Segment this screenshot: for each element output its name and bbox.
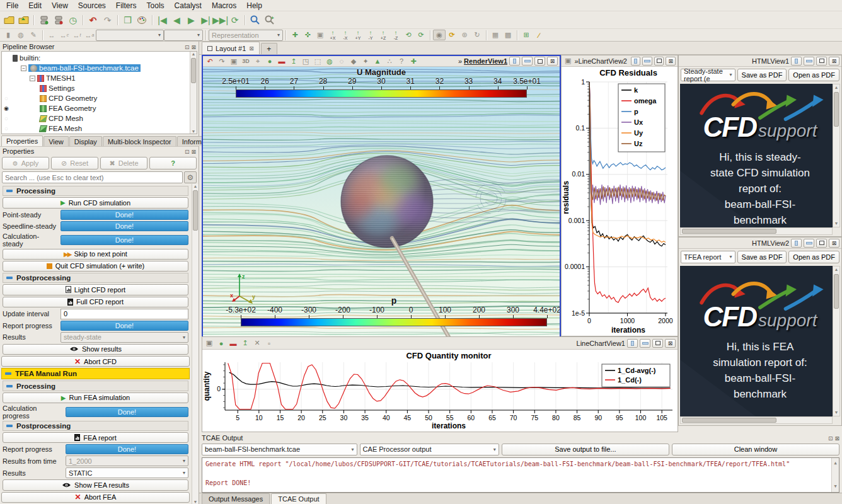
edit-color-map-icon[interactable]: ✎	[27, 30, 40, 40]
open-file-icon[interactable]	[2, 13, 16, 27]
camera-icon[interactable]: ▣	[563, 57, 572, 65]
box-zoom-icon[interactable]: ✕	[252, 339, 262, 347]
menu-view[interactable]: View	[47, 1, 73, 11]
clean-window-button[interactable]: Clean window	[672, 444, 839, 455]
toggle-3d-icon[interactable]: 3D	[241, 58, 251, 64]
cfd-residuals-chart[interactable]: 10.10.010.0010.00011e-5010002000iteratio…	[562, 67, 678, 336]
hover-points-icon[interactable]: ✦	[360, 57, 371, 66]
cfd-postprocessing-section[interactable]: Postprocessing	[3, 273, 188, 283]
residuals-view-title[interactable]: »LineChartView2	[574, 57, 627, 65]
search-options-gear-icon[interactable]: ⚙	[184, 171, 197, 183]
properties-search-input[interactable]	[2, 171, 183, 183]
report-preview[interactable]: CFDsupport Hi, this is steady- state CFD…	[680, 84, 840, 227]
reset-camera-icon[interactable]: ✚	[289, 30, 301, 40]
report-select-combobox[interactable]: TFEA report▾	[681, 251, 735, 263]
horizontal-scrollbar[interactable]	[680, 227, 833, 235]
export-scene-icon[interactable]: ❒	[120, 13, 135, 27]
disconnect-server-icon[interactable]	[51, 13, 66, 27]
menu-filters[interactable]: Filters	[111, 1, 142, 11]
vcr-last-frame-icon[interactable]: ▶▶|	[213, 13, 228, 27]
surface-icon[interactable]: ◍	[14, 30, 27, 40]
collapse-icon[interactable]: −	[21, 66, 26, 71]
output-float-icon[interactable]: ⊡	[828, 435, 833, 442]
fea-results-combobox[interactable]: STATIC▾	[66, 467, 188, 478]
html-view2-title[interactable]: HTMLView2	[752, 239, 789, 247]
abort-fea-button[interactable]: ✕Abort FEA	[1, 492, 190, 503]
maximize-view-icon[interactable]	[816, 239, 827, 248]
roll-view-icon[interactable]: ⊛	[458, 30, 471, 40]
split-horizontal-icon[interactable]	[509, 57, 520, 66]
menu-sources[interactable]: Sources	[73, 1, 111, 11]
close-view-icon[interactable]: ⊠	[829, 239, 839, 248]
split-horizontal-icon[interactable]	[627, 339, 638, 348]
visibility-eye-icon[interactable]: ◉	[2, 105, 11, 112]
skip-to-next-point-button[interactable]: ▶▶Skip to next point	[3, 249, 188, 260]
set-view-minus-y-icon[interactable]: ↑-Y	[364, 30, 377, 41]
reset-button[interactable]: ⊘Reset	[51, 157, 98, 169]
vertical-scrollbar[interactable]: ▲▼	[833, 266, 840, 416]
tab-multiblock-inspector[interactable]: Multi-block Inspector	[103, 136, 176, 146]
color-palette-icon[interactable]	[135, 13, 149, 27]
split-horizontal-icon[interactable]	[631, 57, 641, 66]
maximize-view-icon[interactable]	[534, 57, 545, 66]
hover-cells-icon[interactable]: ◆	[349, 57, 359, 66]
grow-selection-icon[interactable]: ▲	[372, 57, 383, 65]
redo-camera-icon[interactable]: ↷	[217, 57, 227, 66]
interactive-select-cells-icon[interactable]: ◍	[325, 57, 335, 66]
probe-plus-icon[interactable]: ⊞	[520, 30, 533, 40]
rescale-custom-range-icon[interactable]: ↔c	[58, 30, 71, 40]
close-view-icon[interactable]: ⊠	[665, 339, 676, 348]
output-stream-combobox[interactable]: CAE Processor output▾	[360, 444, 499, 455]
maximize-view-icon[interactable]	[652, 339, 663, 348]
color-by-combobox[interactable]: ▾	[96, 30, 164, 41]
split-vertical-icon[interactable]	[642, 57, 652, 66]
component-combobox[interactable]: ▾	[164, 30, 203, 41]
pressure-colorbar[interactable]: p -5.3e+02-400-300-200-10001002003004.4e…	[241, 295, 547, 326]
pipeline-float-icon[interactable]: ⊡	[185, 44, 190, 50]
vcr-first-frame-icon[interactable]: |◀	[155, 13, 170, 27]
update-interval-input[interactable]	[61, 309, 188, 319]
vertical-scrollbar[interactable]: ▲▼	[833, 84, 840, 227]
help-button[interactable]: ?	[149, 157, 197, 169]
split-horizontal-icon[interactable]	[791, 57, 802, 66]
pipeline-item-settings[interactable]: Settings	[2, 83, 197, 93]
select-block-icon[interactable]: ⬚	[313, 57, 323, 66]
abort-cfd-button[interactable]: ✕Abort CFD	[1, 356, 190, 367]
set-view-minus-x-icon[interactable]: ↑-X	[339, 30, 352, 41]
select-cells-on-icon[interactable]: ●	[265, 57, 275, 65]
tfea-postprocessing-section[interactable]: Postprocessing	[3, 421, 188, 431]
monitor-view-title[interactable]: LineChartView1	[577, 340, 625, 347]
menu-help[interactable]: Help	[241, 1, 267, 11]
pipeline-item-tmesh1[interactable]: − TMESH1	[2, 73, 197, 83]
split-vertical-icon[interactable]	[640, 339, 650, 348]
maximize-view-icon[interactable]	[816, 57, 827, 66]
opacity-icon[interactable]: ▮	[2, 30, 14, 40]
horizontal-scrollbar[interactable]	[680, 416, 833, 424]
set-view-plus-x-icon[interactable]: ↑+X	[326, 30, 339, 41]
camera-icon[interactable]: ▣	[204, 339, 214, 347]
render-view-title[interactable]: RenderView1	[464, 57, 507, 65]
tab-display[interactable]: Display	[69, 136, 102, 146]
select-points-icon[interactable]: ●	[216, 340, 226, 347]
add-layout-tab[interactable]: +	[261, 43, 277, 54]
undo-camera-icon[interactable]: ↶	[205, 57, 215, 66]
pipeline-item-builtin[interactable]: builtin:	[2, 53, 197, 63]
menu-catalyst[interactable]: Catalyst	[170, 1, 207, 11]
representation-combobox[interactable]: Representation▾	[209, 30, 283, 41]
cfd-results-combobox[interactable]: steady-state▾	[61, 332, 188, 343]
save-as-pdf-button[interactable]: Save as PDF	[737, 251, 787, 263]
cfd-processing-section[interactable]: Processing	[3, 186, 188, 196]
open-as-pdf-button[interactable]: Open as PDF	[788, 251, 839, 263]
menu-file[interactable]: File	[1, 1, 23, 11]
open-as-pdf-button[interactable]: Open as PDF	[788, 69, 839, 81]
pipeline-item-cfd-mesh[interactable]: ◌ CFD Mesh	[2, 113, 197, 123]
ruler-icon[interactable]: ∕	[533, 30, 545, 40]
rescale-data-range-icon[interactable]: ↔	[45, 30, 58, 40]
run-cfd-simulation-button[interactable]: ▶Run CFD simulation	[3, 197, 188, 208]
pipeline-item-cfd-geometry[interactable]: ◌ CFD Geometry	[2, 93, 197, 103]
vcr-loop-icon[interactable]: ⟳	[228, 13, 242, 27]
maximize-view-icon[interactable]	[654, 57, 664, 66]
fea-report-button[interactable]: FEA report	[3, 432, 188, 443]
query-selection-icon[interactable]: ?	[396, 57, 407, 65]
azimuth-view-icon[interactable]: ↻	[471, 30, 483, 40]
